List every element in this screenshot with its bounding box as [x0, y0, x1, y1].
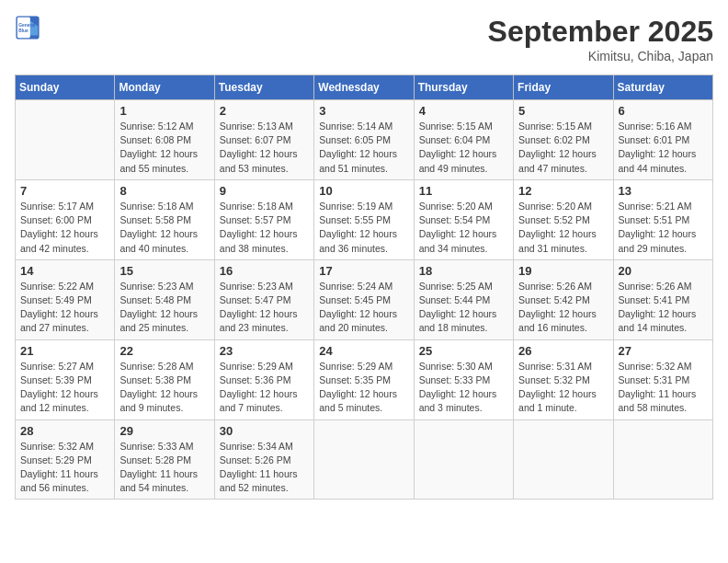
- day-number: 6: [619, 104, 708, 118]
- day-cell: 30Sunrise: 5:34 AM Sunset: 5:26 PM Dayli…: [214, 419, 313, 500]
- col-header-sunday: Sunday: [16, 75, 115, 100]
- day-cell: 20Sunrise: 5:26 AM Sunset: 5:41 PM Dayli…: [613, 259, 712, 339]
- day-info: Sunrise: 5:19 AM Sunset: 5:55 PM Dayligh…: [319, 200, 408, 256]
- day-cell: 14Sunrise: 5:22 AM Sunset: 5:49 PM Dayli…: [16, 259, 115, 339]
- day-cell: [16, 100, 115, 180]
- day-info: Sunrise: 5:23 AM Sunset: 5:47 PM Dayligh…: [220, 280, 309, 336]
- day-cell: [613, 419, 712, 500]
- day-cell: 29Sunrise: 5:33 AM Sunset: 5:28 PM Dayli…: [115, 419, 214, 500]
- day-info: Sunrise: 5:15 AM Sunset: 6:02 PM Dayligh…: [518, 120, 608, 176]
- week-row-4: 21Sunrise: 5:27 AM Sunset: 5:39 PM Dayli…: [16, 339, 713, 419]
- day-cell: 11Sunrise: 5:20 AM Sunset: 5:54 PM Dayli…: [414, 179, 513, 259]
- day-number: 4: [419, 104, 508, 118]
- day-info: Sunrise: 5:26 AM Sunset: 5:42 PM Dayligh…: [518, 280, 608, 336]
- day-info: Sunrise: 5:20 AM Sunset: 5:54 PM Dayligh…: [419, 200, 508, 256]
- day-number: 21: [20, 344, 109, 358]
- day-cell: 19Sunrise: 5:26 AM Sunset: 5:42 PM Dayli…: [514, 259, 613, 339]
- day-cell: 13Sunrise: 5:21 AM Sunset: 5:51 PM Dayli…: [613, 179, 712, 259]
- day-info: Sunrise: 5:32 AM Sunset: 5:29 PM Dayligh…: [20, 440, 109, 496]
- calendar-body: 1Sunrise: 5:12 AM Sunset: 6:08 PM Daylig…: [16, 100, 713, 500]
- day-info: Sunrise: 5:22 AM Sunset: 5:49 PM Dayligh…: [20, 280, 109, 336]
- day-info: Sunrise: 5:34 AM Sunset: 5:26 PM Dayligh…: [220, 440, 309, 496]
- day-info: Sunrise: 5:24 AM Sunset: 5:45 PM Dayligh…: [319, 280, 408, 336]
- day-number: 27: [619, 344, 708, 358]
- day-number: 24: [319, 344, 408, 358]
- day-number: 20: [619, 264, 708, 278]
- day-number: 2: [220, 104, 309, 118]
- day-info: Sunrise: 5:32 AM Sunset: 5:31 PM Dayligh…: [619, 360, 708, 416]
- day-info: Sunrise: 5:26 AM Sunset: 5:41 PM Dayligh…: [619, 280, 708, 336]
- day-cell: 28Sunrise: 5:32 AM Sunset: 5:29 PM Dayli…: [16, 419, 115, 500]
- month-title: September 2025: [488, 15, 713, 49]
- day-info: Sunrise: 5:31 AM Sunset: 5:32 PM Dayligh…: [518, 360, 608, 416]
- day-number: 15: [119, 264, 209, 278]
- day-cell: [514, 419, 613, 500]
- week-row-5: 28Sunrise: 5:32 AM Sunset: 5:29 PM Dayli…: [16, 419, 713, 500]
- logo-icon: General Blue: [15, 15, 40, 40]
- day-number: 5: [518, 104, 608, 118]
- day-number: 22: [119, 344, 209, 358]
- col-header-monday: Monday: [115, 75, 214, 100]
- day-cell: 23Sunrise: 5:29 AM Sunset: 5:36 PM Dayli…: [214, 339, 313, 419]
- day-cell: 21Sunrise: 5:27 AM Sunset: 5:39 PM Dayli…: [16, 339, 115, 419]
- day-cell: 9Sunrise: 5:18 AM Sunset: 5:57 PM Daylig…: [214, 179, 313, 259]
- day-cell: 27Sunrise: 5:32 AM Sunset: 5:31 PM Dayli…: [613, 339, 712, 419]
- day-number: 1: [119, 104, 209, 118]
- day-number: 30: [220, 424, 309, 438]
- day-info: Sunrise: 5:15 AM Sunset: 6:04 PM Dayligh…: [419, 120, 508, 176]
- day-cell: 8Sunrise: 5:18 AM Sunset: 5:58 PM Daylig…: [115, 179, 214, 259]
- day-cell: 5Sunrise: 5:15 AM Sunset: 6:02 PM Daylig…: [514, 100, 613, 180]
- col-header-friday: Friday: [514, 75, 613, 100]
- day-cell: 10Sunrise: 5:19 AM Sunset: 5:55 PM Dayli…: [314, 179, 414, 259]
- day-number: 10: [319, 184, 408, 198]
- day-info: Sunrise: 5:30 AM Sunset: 5:33 PM Dayligh…: [419, 360, 508, 416]
- week-row-1: 1Sunrise: 5:12 AM Sunset: 6:08 PM Daylig…: [16, 100, 713, 180]
- day-number: 29: [119, 424, 209, 438]
- day-cell: 18Sunrise: 5:25 AM Sunset: 5:44 PM Dayli…: [414, 259, 513, 339]
- day-info: Sunrise: 5:33 AM Sunset: 5:28 PM Dayligh…: [119, 440, 209, 496]
- day-info: Sunrise: 5:17 AM Sunset: 6:00 PM Dayligh…: [20, 200, 109, 256]
- day-cell: [314, 419, 414, 500]
- day-cell: [414, 419, 513, 500]
- day-number: 9: [220, 184, 309, 198]
- day-number: 14: [20, 264, 109, 278]
- day-cell: 25Sunrise: 5:30 AM Sunset: 5:33 PM Dayli…: [414, 339, 513, 419]
- day-info: Sunrise: 5:13 AM Sunset: 6:07 PM Dayligh…: [220, 120, 309, 176]
- day-number: 25: [419, 344, 508, 358]
- day-info: Sunrise: 5:25 AM Sunset: 5:44 PM Dayligh…: [419, 280, 508, 336]
- day-info: Sunrise: 5:18 AM Sunset: 5:58 PM Dayligh…: [119, 200, 209, 256]
- location: Kimitsu, Chiba, Japan: [488, 49, 713, 63]
- title-block: September 2025 Kimitsu, Chiba, Japan: [488, 15, 713, 63]
- day-cell: 2Sunrise: 5:13 AM Sunset: 6:07 PM Daylig…: [214, 100, 313, 180]
- svg-text:Blue: Blue: [18, 29, 28, 33]
- day-cell: 26Sunrise: 5:31 AM Sunset: 5:32 PM Dayli…: [514, 339, 613, 419]
- day-info: Sunrise: 5:14 AM Sunset: 6:05 PM Dayligh…: [319, 120, 408, 176]
- day-info: Sunrise: 5:18 AM Sunset: 5:57 PM Dayligh…: [220, 200, 309, 256]
- day-info: Sunrise: 5:12 AM Sunset: 6:08 PM Dayligh…: [119, 120, 209, 176]
- day-number: 23: [220, 344, 309, 358]
- day-cell: 4Sunrise: 5:15 AM Sunset: 6:04 PM Daylig…: [414, 100, 513, 180]
- col-header-thursday: Thursday: [414, 75, 513, 100]
- day-number: 8: [119, 184, 209, 198]
- day-info: Sunrise: 5:28 AM Sunset: 5:38 PM Dayligh…: [119, 360, 209, 416]
- day-info: Sunrise: 5:21 AM Sunset: 5:51 PM Dayligh…: [619, 200, 708, 256]
- col-header-tuesday: Tuesday: [214, 75, 313, 100]
- svg-rect-2: [17, 17, 30, 38]
- day-number: 11: [419, 184, 508, 198]
- day-cell: 1Sunrise: 5:12 AM Sunset: 6:08 PM Daylig…: [115, 100, 214, 180]
- day-cell: 16Sunrise: 5:23 AM Sunset: 5:47 PM Dayli…: [214, 259, 313, 339]
- col-header-saturday: Saturday: [613, 75, 712, 100]
- day-number: 12: [518, 184, 608, 198]
- day-info: Sunrise: 5:29 AM Sunset: 5:36 PM Dayligh…: [220, 360, 309, 416]
- day-cell: 3Sunrise: 5:14 AM Sunset: 6:05 PM Daylig…: [314, 100, 414, 180]
- day-cell: 17Sunrise: 5:24 AM Sunset: 5:45 PM Dayli…: [314, 259, 414, 339]
- day-cell: 15Sunrise: 5:23 AM Sunset: 5:48 PM Dayli…: [115, 259, 214, 339]
- day-number: 13: [619, 184, 708, 198]
- day-cell: 7Sunrise: 5:17 AM Sunset: 6:00 PM Daylig…: [16, 179, 115, 259]
- day-info: Sunrise: 5:29 AM Sunset: 5:35 PM Dayligh…: [319, 360, 408, 416]
- day-info: Sunrise: 5:20 AM Sunset: 5:52 PM Dayligh…: [518, 200, 608, 256]
- day-number: 18: [419, 264, 508, 278]
- col-header-wednesday: Wednesday: [314, 75, 414, 100]
- day-number: 16: [220, 264, 309, 278]
- day-cell: 24Sunrise: 5:29 AM Sunset: 5:35 PM Dayli…: [314, 339, 414, 419]
